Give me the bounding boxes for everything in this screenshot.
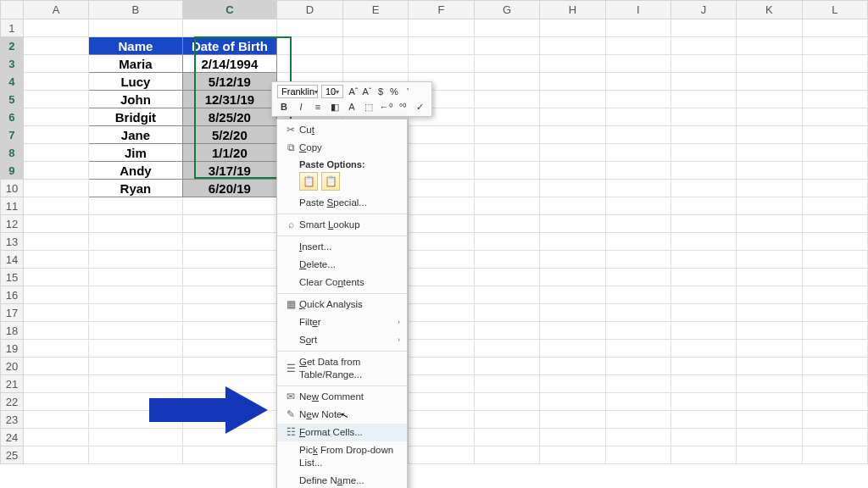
row-header[interactable]: 12 [1, 215, 24, 233]
cell[interactable] [182, 251, 277, 269]
cell[interactable] [670, 91, 736, 108]
cell[interactable] [737, 108, 802, 126]
cell[interactable] [474, 180, 540, 197]
cell[interactable] [540, 304, 606, 322]
cell[interactable] [23, 304, 88, 322]
cell[interactable] [182, 286, 277, 304]
row-header[interactable]: 25 [1, 446, 24, 464]
cell[interactable] [23, 375, 88, 393]
cell[interactable] [670, 446, 736, 464]
cell[interactable] [605, 215, 670, 233]
row-header[interactable]: 9 [1, 162, 24, 180]
cell[interactable] [670, 55, 736, 73]
cell[interactable] [23, 269, 88, 286]
cell[interactable]: Andy [89, 162, 182, 180]
cell[interactable] [474, 411, 540, 429]
cell[interactable] [474, 340, 540, 358]
cell[interactable] [605, 233, 670, 251]
cell[interactable] [409, 180, 474, 197]
cell[interactable] [89, 19, 182, 37]
column-header-C[interactable]: C [182, 1, 277, 19]
cell[interactable] [605, 19, 670, 37]
cell[interactable] [802, 37, 867, 55]
cell[interactable] [277, 55, 343, 73]
cell[interactable] [737, 126, 802, 144]
cell[interactable] [23, 108, 88, 126]
cell[interactable] [737, 144, 802, 162]
cell[interactable] [23, 233, 88, 251]
mini-toolbar-button[interactable]: ’ [401, 85, 415, 98]
menu-item-pick-list[interactable]: Pick From Drop-down List... [277, 441, 407, 472]
cell[interactable] [23, 322, 88, 340]
cell[interactable] [474, 393, 540, 411]
cell[interactable] [23, 215, 88, 233]
cell[interactable] [802, 322, 867, 340]
font-size-dropdown[interactable]: 10▾ [321, 85, 343, 98]
context-menu[interactable]: ✂Cut⧉CopyPaste Options:📋📋Paste Special..… [276, 119, 408, 488]
cell[interactable] [540, 340, 606, 358]
cell[interactable]: 6/20/19 [182, 180, 277, 197]
cell[interactable] [605, 286, 670, 304]
cell[interactable] [342, 37, 408, 55]
cell[interactable] [23, 411, 88, 429]
cell[interactable] [89, 233, 182, 251]
cell[interactable] [802, 215, 867, 233]
cell[interactable] [670, 375, 736, 393]
cell[interactable] [540, 446, 606, 464]
row-header[interactable]: 2 [1, 37, 24, 55]
cell[interactable] [409, 411, 474, 429]
cell[interactable] [409, 304, 474, 322]
cell[interactable] [605, 37, 670, 55]
cell[interactable] [342, 55, 408, 73]
cell[interactable] [474, 19, 540, 37]
cell[interactable] [409, 375, 474, 393]
row-header[interactable]: 7 [1, 126, 24, 144]
cell[interactable] [89, 197, 182, 215]
mini-toolbar-button[interactable]: ◧ [328, 100, 342, 114]
cell[interactable] [802, 340, 867, 358]
row-header[interactable]: 23 [1, 411, 24, 429]
select-all-corner[interactable] [1, 1, 24, 19]
cell[interactable] [737, 73, 802, 91]
cell[interactable] [182, 322, 277, 340]
cell[interactable] [23, 197, 88, 215]
cell[interactable] [670, 286, 736, 304]
cell[interactable] [670, 144, 736, 162]
cell[interactable] [802, 358, 867, 375]
cell[interactable] [802, 393, 867, 411]
cell[interactable] [474, 126, 540, 144]
cell[interactable] [540, 251, 606, 269]
cell[interactable] [89, 322, 182, 340]
cell[interactable] [540, 411, 606, 429]
cell[interactable] [409, 37, 474, 55]
cell[interactable] [23, 73, 88, 91]
cell[interactable] [409, 322, 474, 340]
cell[interactable] [670, 233, 736, 251]
cell[interactable] [802, 19, 867, 37]
cell[interactable]: 5/12/19 [182, 73, 277, 91]
cell[interactable] [737, 162, 802, 180]
menu-item-define-name[interactable]: Define Name... [277, 472, 407, 488]
menu-item-sort[interactable]: Sort› [277, 331, 407, 349]
column-header-K[interactable]: K [737, 1, 802, 19]
cell[interactable] [89, 340, 182, 358]
cell[interactable] [802, 375, 867, 393]
cell[interactable] [409, 251, 474, 269]
cell[interactable] [670, 304, 736, 322]
cell[interactable] [802, 304, 867, 322]
cell[interactable] [670, 197, 736, 215]
cell[interactable] [802, 108, 867, 126]
cell[interactable]: 12/31/19 [182, 91, 277, 108]
cell[interactable] [802, 126, 867, 144]
cell[interactable] [474, 144, 540, 162]
cell[interactable] [409, 55, 474, 73]
cell[interactable] [409, 126, 474, 144]
column-header-A[interactable]: A [23, 1, 88, 19]
cell[interactable] [277, 37, 343, 55]
cell[interactable] [737, 375, 802, 393]
cell[interactable]: 2/14/1994 [182, 55, 277, 73]
column-header-D[interactable]: D [277, 1, 343, 19]
mini-toolbar-button[interactable]: °⁰ [396, 100, 409, 114]
cell[interactable] [89, 286, 182, 304]
cell[interactable] [605, 304, 670, 322]
